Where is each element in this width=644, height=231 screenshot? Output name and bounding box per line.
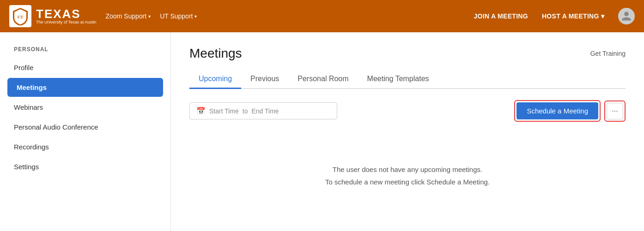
logo-shield-icon: UT (9, 5, 31, 27)
tab-previous[interactable]: Previous (241, 70, 288, 89)
more-options-button[interactable]: ··· (607, 103, 623, 119)
sidebar-item-personal-audio-conference[interactable]: Personal Audio Conference (0, 118, 170, 136)
host-chevron-icon: ▾ (601, 12, 604, 20)
schedule-button-wrapper: Schedule a Meeting (514, 100, 601, 122)
empty-state-line2: To schedule a new meeting click Schedule… (199, 176, 616, 188)
sidebar-item-webinars[interactable]: Webinars (0, 98, 170, 117)
more-button-wrapper: ··· (604, 101, 626, 122)
svg-text:UT: UT (18, 15, 24, 19)
schedule-meeting-button[interactable]: Schedule a Meeting (516, 102, 598, 119)
user-icon (621, 11, 632, 22)
host-meeting-button[interactable]: HOST A MEETING ▾ (542, 12, 604, 20)
sidebar-item-settings[interactable]: Settings (0, 157, 170, 176)
zoom-support-label: Zoom Support (105, 12, 146, 20)
ut-support-chevron-icon: ▾ (194, 14, 197, 19)
main-layout: PERSONAL Profile Meetings Webinars Perso… (0, 32, 644, 231)
header-nav: Zoom Support ▾ UT Support ▾ (105, 12, 197, 20)
ut-support-nav[interactable]: UT Support ▾ (160, 12, 197, 20)
ut-support-label: UT Support (160, 12, 193, 20)
logo-subtitle: The University of Texas at Austin (36, 20, 96, 25)
tab-personal-room[interactable]: Personal Room (288, 70, 358, 89)
sidebar-nav: Profile Meetings Webinars Personal Audio… (0, 58, 170, 176)
sidebar-item-recordings[interactable]: Recordings (0, 137, 170, 156)
sidebar-item-profile[interactable]: Profile (0, 58, 170, 77)
tabs: Upcoming Previous Personal Room Meeting … (189, 70, 626, 89)
start-time-placeholder: Start Time (209, 107, 239, 115)
tab-upcoming[interactable]: Upcoming (189, 70, 241, 89)
header-left: UT TEXAS The University of Texas at Aust… (9, 5, 197, 27)
date-filter[interactable]: 📅 Start Time to End Time (189, 102, 337, 119)
calendar-icon: 📅 (196, 107, 206, 115)
sidebar-item-meetings[interactable]: Meetings (7, 78, 163, 97)
action-buttons: Schedule a Meeting ··· (514, 100, 626, 122)
filter-row: 📅 Start Time to End Time Schedule a Meet… (189, 100, 626, 122)
to-label: to (243, 107, 248, 115)
logo-text-area: TEXAS The University of Texas at Austin (36, 8, 96, 25)
sidebar-section-label: PERSONAL (0, 46, 170, 57)
logo-area: UT TEXAS The University of Texas at Aust… (9, 5, 96, 27)
header: UT TEXAS The University of Texas at Aust… (0, 0, 644, 32)
content-header: Meetings Get Training (189, 46, 626, 61)
header-right: JOIN A MEETING HOST A MEETING ▾ (474, 8, 635, 24)
end-time-placeholder: End Time (251, 107, 279, 115)
avatar[interactable] (618, 8, 635, 24)
page-title: Meetings (189, 46, 242, 61)
content-area: Meetings Get Training Upcoming Previous … (171, 32, 644, 231)
get-training-link[interactable]: Get Training (590, 50, 626, 57)
empty-state-line1: The user does not have any upcoming meet… (199, 163, 616, 176)
zoom-support-chevron-icon: ▾ (148, 14, 151, 19)
host-meeting-label: HOST A MEETING (542, 12, 599, 20)
empty-state: The user does not have any upcoming meet… (189, 136, 626, 197)
zoom-support-nav[interactable]: Zoom Support ▾ (105, 12, 151, 20)
logo-texas: TEXAS (36, 8, 96, 20)
sidebar: PERSONAL Profile Meetings Webinars Perso… (0, 32, 171, 231)
tab-meeting-templates[interactable]: Meeting Templates (358, 70, 438, 89)
join-meeting-button[interactable]: JOIN A MEETING (474, 12, 528, 20)
